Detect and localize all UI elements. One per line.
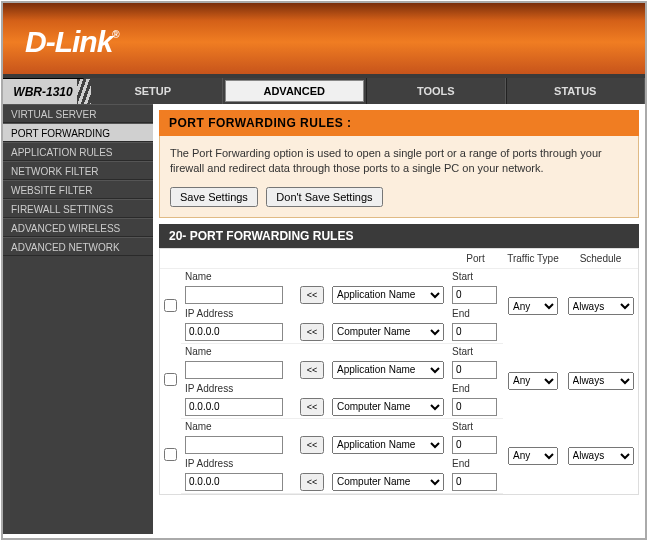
computer-name-select[interactable]: Computer Name — [332, 398, 444, 416]
traffic-type-select[interactable]: Any — [508, 447, 558, 465]
end-label: End — [452, 383, 470, 394]
rule-enable-checkbox[interactable] — [164, 299, 177, 312]
section-title: PORT FORWARDING RULES : — [159, 110, 639, 136]
ip-address-input[interactable] — [185, 473, 283, 491]
end-label: End — [452, 458, 470, 469]
rules-table: Port Traffic Type Schedule Name Start An… — [159, 248, 639, 495]
brand-text: D-Link — [25, 25, 112, 58]
schedule-select[interactable]: Always — [568, 297, 634, 315]
description-box: The Port Forwarding option is used to op… — [159, 136, 639, 218]
tab-tools-label: TOOLS — [417, 85, 455, 97]
application-name-select[interactable]: Application Name — [332, 361, 444, 379]
rule-enable-checkbox[interactable] — [164, 373, 177, 386]
sidebar-item-label: WEBSITE FILTER — [11, 185, 93, 196]
sidebar-item-label: VIRTUAL SERVER — [11, 109, 96, 120]
application-name-select[interactable]: Application Name — [332, 436, 444, 454]
tab-tools[interactable]: TOOLS — [366, 78, 506, 104]
button-row: Save Settings Don't Save Settings — [170, 187, 628, 207]
schedule-select[interactable]: Always — [568, 372, 634, 390]
schedule-select[interactable]: Always — [568, 447, 634, 465]
model-box: WBR-1310 — [3, 78, 83, 104]
name-input[interactable] — [185, 286, 283, 304]
name-input[interactable] — [185, 361, 283, 379]
name-label: Name — [185, 271, 212, 282]
col-traffic: Traffic Type — [503, 249, 563, 269]
copy-computer-button[interactable]: << — [300, 398, 324, 416]
start-label: Start — [452, 271, 473, 282]
rules-title: 20- PORT FORWARDING RULES — [159, 224, 639, 248]
sidebar-item-firewall-settings[interactable]: FIREWALL SETTINGS — [3, 199, 153, 218]
description-text: The Port Forwarding option is used to op… — [170, 146, 628, 177]
start-port-input[interactable] — [452, 286, 497, 304]
sidebar-item-network-filter[interactable]: NETWORK FILTER — [3, 161, 153, 180]
sidebar-item-label: ADVANCED WIRELESS — [11, 223, 120, 234]
ip-address-input[interactable] — [185, 323, 283, 341]
end-label: End — [452, 308, 470, 319]
sidebar-item-application-rules[interactable]: APPLICATION RULES — [3, 142, 153, 161]
computer-name-select[interactable]: Computer Name — [332, 473, 444, 491]
rule-enable-checkbox[interactable] — [164, 448, 177, 461]
end-port-input[interactable] — [452, 323, 497, 341]
tab-setup[interactable]: SETUP — [83, 78, 223, 104]
content: PORT FORWARDING RULES : The Port Forward… — [153, 104, 645, 534]
sidebar-item-label: APPLICATION RULES — [11, 147, 113, 158]
col-port: Port — [448, 249, 503, 269]
start-label: Start — [452, 346, 473, 357]
save-settings-button[interactable]: Save Settings — [170, 187, 258, 207]
model-label: WBR-1310 — [13, 85, 72, 99]
application-name-select[interactable]: Application Name — [332, 286, 444, 304]
start-port-input[interactable] — [452, 361, 497, 379]
name-label: Name — [185, 421, 212, 432]
tab-advanced-label: ADVANCED — [263, 85, 325, 97]
sidebar-item-website-filter[interactable]: WEBSITE FILTER — [3, 180, 153, 199]
col-schedule: Schedule — [563, 249, 638, 269]
tab-bar: WBR-1310 SETUP ADVANCED TOOLS STATUS — [3, 78, 645, 104]
name-input[interactable] — [185, 436, 283, 454]
tab-status[interactable]: STATUS — [506, 78, 646, 104]
registered-mark: ® — [112, 29, 118, 40]
sidebar-item-label: ADVANCED NETWORK — [11, 242, 120, 253]
ip-address-input[interactable] — [185, 398, 283, 416]
sidebar-item-advanced-network[interactable]: ADVANCED NETWORK — [3, 237, 153, 256]
sidebar-item-port-forwarding[interactable]: PORT FORWARDING — [3, 123, 153, 142]
copy-computer-button[interactable]: << — [300, 473, 324, 491]
tab-status-label: STATUS — [554, 85, 596, 97]
start-port-input[interactable] — [452, 436, 497, 454]
ip-label: IP Address — [185, 308, 233, 319]
name-label: Name — [185, 346, 212, 357]
sidebar-item-label: NETWORK FILTER — [11, 166, 99, 177]
ip-label: IP Address — [185, 383, 233, 394]
sidebar-item-label: FIREWALL SETTINGS — [11, 204, 113, 215]
dont-save-settings-button[interactable]: Don't Save Settings — [266, 187, 382, 207]
copy-app-button[interactable]: << — [300, 436, 324, 454]
sidebar-item-advanced-wireless[interactable]: ADVANCED WIRELESS — [3, 218, 153, 237]
ip-label: IP Address — [185, 458, 233, 469]
sidebar-item-label: PORT FORWARDING — [11, 128, 110, 139]
copy-app-button[interactable]: << — [300, 361, 324, 379]
tab-setup-label: SETUP — [134, 85, 171, 97]
sidebar-item-virtual-server[interactable]: VIRTUAL SERVER — [3, 104, 153, 123]
copy-computer-button[interactable]: << — [300, 323, 324, 341]
end-port-input[interactable] — [452, 473, 497, 491]
traffic-type-select[interactable]: Any — [508, 297, 558, 315]
logo: D-Link® — [3, 3, 645, 59]
header: D-Link® — [3, 3, 645, 78]
copy-app-button[interactable]: << — [300, 286, 324, 304]
end-port-input[interactable] — [452, 398, 497, 416]
traffic-type-select[interactable]: Any — [508, 372, 558, 390]
sidebar: VIRTUAL SERVER PORT FORWARDING APPLICATI… — [3, 104, 153, 534]
tab-advanced[interactable]: ADVANCED — [225, 80, 365, 102]
start-label: Start — [452, 421, 473, 432]
computer-name-select[interactable]: Computer Name — [332, 323, 444, 341]
